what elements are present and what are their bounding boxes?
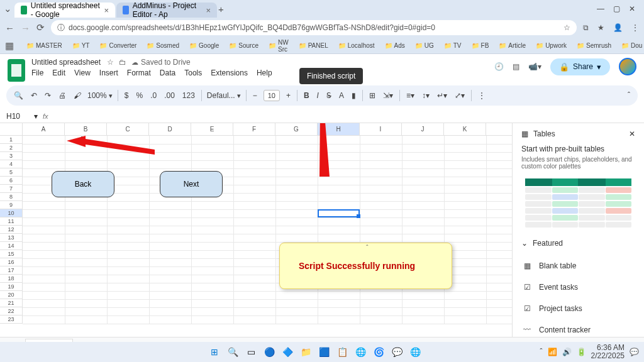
row-header[interactable]: 4 bbox=[0, 160, 23, 168]
percent-button[interactable]: % bbox=[135, 90, 144, 101]
new-tab-button[interactable]: + bbox=[218, 4, 224, 14]
row-header[interactable]: 16 bbox=[0, 258, 23, 266]
menu-extensions[interactable]: Extensions bbox=[211, 69, 248, 77]
column-header[interactable]: K bbox=[444, 123, 486, 135]
row-header-selected[interactable]: 10 bbox=[0, 209, 23, 217]
column-header[interactable]: E bbox=[191, 123, 233, 135]
row-header[interactable]: 1 bbox=[0, 136, 23, 144]
table-preview[interactable] bbox=[521, 175, 635, 231]
bookmark-folder[interactable]: Article bbox=[496, 41, 528, 50]
fill-color-button[interactable]: ▮ bbox=[350, 90, 357, 101]
bookmark-folder[interactable]: PANEL bbox=[296, 41, 331, 50]
row-header[interactable]: 21 bbox=[0, 299, 23, 307]
column-header[interactable]: A bbox=[23, 123, 65, 135]
next-button-shape[interactable]: Next bbox=[160, 171, 223, 197]
taskbar-app-icon[interactable]: 💬 bbox=[389, 344, 405, 360]
minimize-button[interactable]: — bbox=[597, 4, 604, 13]
bookmark-folder[interactable]: MASTER bbox=[24, 41, 65, 50]
account-avatar[interactable] bbox=[619, 58, 636, 75]
column-header[interactable]: D bbox=[149, 123, 191, 135]
close-tab-button[interactable]: × bbox=[206, 6, 211, 15]
volume-icon[interactable]: 🔊 bbox=[562, 348, 572, 356]
row-header[interactable]: 8 bbox=[0, 193, 23, 201]
row-header[interactable]: 23 bbox=[0, 315, 23, 324]
row-header[interactable]: 12 bbox=[0, 226, 23, 234]
more-formats-button[interactable]: 123 bbox=[181, 90, 196, 101]
menu-help[interactable]: Help bbox=[257, 69, 272, 77]
menu-tools[interactable]: Tools bbox=[184, 69, 202, 77]
clock[interactable]: 6:36 AM 2/22/2025 bbox=[591, 344, 625, 360]
name-box[interactable]: H10▾ bbox=[6, 112, 38, 121]
close-tab-button[interactable]: × bbox=[104, 6, 109, 15]
bookmark-folder[interactable]: Converter bbox=[97, 41, 139, 50]
menu-view[interactable]: View bbox=[74, 69, 91, 77]
menu-edit[interactable]: Edit bbox=[52, 69, 65, 77]
chrome-icon[interactable]: 🌐 bbox=[352, 344, 369, 360]
menu-file[interactable]: File bbox=[31, 69, 43, 77]
halign-button[interactable]: ≡▾ bbox=[405, 90, 416, 101]
back-button-shape[interactable]: Back bbox=[52, 171, 114, 197]
print-button[interactable]: 🖨 bbox=[57, 90, 67, 101]
bookmark-folder[interactable]: Dou bbox=[619, 41, 644, 50]
bookmark-folder[interactable]: UG bbox=[413, 41, 436, 50]
row-header[interactable]: 2 bbox=[0, 144, 23, 152]
sidepanel-item-project[interactable]: ☑Project tasks bbox=[521, 298, 635, 319]
share-button[interactable]: 🔒 Share ▾ bbox=[550, 58, 610, 75]
text-color-button[interactable]: A bbox=[338, 90, 345, 101]
apps-icon[interactable]: ▦ bbox=[5, 40, 14, 52]
browser-tab-inactive[interactable]: AddMinus - Project Editor - Ap × bbox=[116, 3, 217, 18]
browser-tab-active[interactable]: Untitled spreadsheet - Google × bbox=[14, 3, 115, 18]
column-header[interactable]: F bbox=[233, 123, 275, 135]
menu-icon[interactable]: ⋮ bbox=[631, 23, 639, 32]
row-header[interactable]: 18 bbox=[0, 275, 23, 283]
close-window-button[interactable]: ✕ bbox=[629, 4, 635, 13]
history-icon[interactable]: 🕘 bbox=[494, 62, 504, 71]
taskbar-app-icon[interactable]: 🟦 bbox=[316, 344, 332, 360]
row-header[interactable]: 11 bbox=[0, 217, 23, 226]
strikethrough-button[interactable]: S̶ bbox=[325, 90, 333, 101]
file-explorer-icon[interactable]: 📁 bbox=[297, 344, 314, 360]
row-header[interactable]: 22 bbox=[0, 307, 23, 315]
sheets-logo-icon[interactable] bbox=[8, 59, 25, 82]
sidepanel-item-blank[interactable]: ▦Blank table bbox=[521, 255, 635, 277]
start-button[interactable]: ⊞ bbox=[206, 344, 223, 360]
notifications-icon[interactable]: 💬 bbox=[630, 348, 639, 356]
zoom-select[interactable]: 100% ▾ bbox=[87, 91, 113, 100]
increase-font-button[interactable]: + bbox=[285, 90, 292, 101]
column-header[interactable]: J bbox=[402, 123, 444, 135]
tab-search-button[interactable]: ⌄ bbox=[4, 3, 12, 14]
bookmark-folder[interactable]: NW Src bbox=[266, 38, 291, 54]
edge-icon[interactable]: 🌀 bbox=[370, 344, 387, 360]
fill-handle[interactable] bbox=[357, 214, 360, 218]
taskbar-app-icon[interactable]: 🔷 bbox=[279, 344, 296, 360]
column-header[interactable]: I bbox=[360, 123, 402, 135]
tray-chevron-icon[interactable]: ˆ bbox=[540, 348, 543, 356]
row-header[interactable]: 14 bbox=[0, 242, 23, 250]
row-header[interactable]: 3 bbox=[0, 152, 23, 160]
featured-toggle[interactable]: ⌄ Featured bbox=[521, 239, 635, 248]
row-header[interactable]: 5 bbox=[0, 168, 23, 177]
collapse-sidepanel-icon[interactable]: ˆ bbox=[366, 244, 376, 254]
wifi-icon[interactable]: 📶 bbox=[548, 348, 557, 356]
sidepanel-item-event[interactable]: ☑Event tasks bbox=[521, 277, 635, 298]
row-header[interactable]: 15 bbox=[0, 250, 23, 258]
column-header[interactable]: C bbox=[107, 123, 149, 135]
collapse-toolbar-icon[interactable]: ˆ bbox=[626, 90, 631, 101]
row-header[interactable]: 7 bbox=[0, 185, 23, 193]
bookmark-folder[interactable]: Localhost bbox=[336, 41, 377, 50]
increase-decimal-button[interactable]: .00 bbox=[163, 90, 176, 101]
currency-button[interactable]: $ bbox=[123, 90, 130, 101]
move-doc-icon[interactable]: 🗀 bbox=[119, 58, 126, 67]
row-header[interactable]: 9 bbox=[0, 201, 23, 209]
row-header[interactable]: 17 bbox=[0, 266, 23, 275]
select-all-corner[interactable] bbox=[0, 123, 23, 135]
valign-button[interactable]: ↕▾ bbox=[421, 90, 431, 101]
decrease-font-button[interactable]: − bbox=[252, 90, 258, 101]
task-view-icon[interactable]: ▭ bbox=[243, 344, 259, 360]
taskbar-app-icon[interactable]: 🔵 bbox=[261, 344, 277, 360]
font-select[interactable]: Defaul... ▾ bbox=[207, 91, 241, 100]
search-menus-icon[interactable]: 🔍 bbox=[13, 90, 25, 101]
battery-icon[interactable]: 🔋 bbox=[577, 348, 586, 356]
bold-button[interactable]: B bbox=[303, 90, 311, 101]
bookmark-folder[interactable]: Ads bbox=[382, 41, 408, 50]
